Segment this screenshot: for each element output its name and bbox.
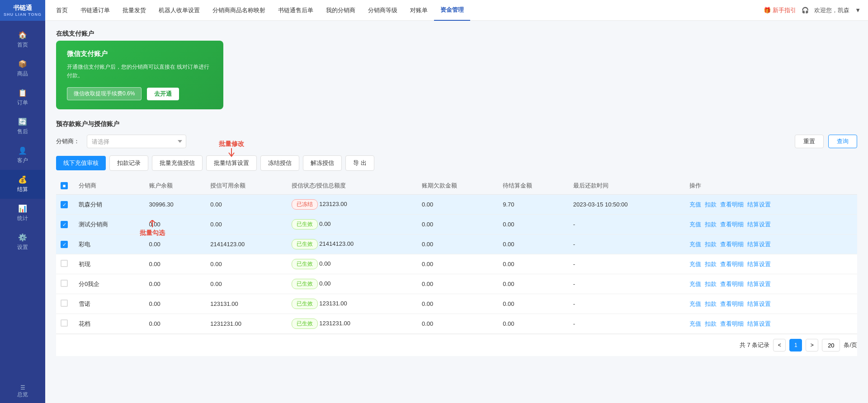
sidebar-item-orders[interactable]: 📋 订单: [0, 83, 45, 112]
select-all-checkbox[interactable]: ■: [61, 182, 68, 189]
row-balance: 0.00: [145, 274, 206, 294]
row-pending: 0.00: [498, 254, 569, 274]
nav-batch-ship[interactable]: 批量发货: [116, 0, 152, 21]
row-operations: 充值扣款查看明细结算设置: [685, 254, 857, 274]
op-结算设置[interactable]: 结算设置: [747, 261, 771, 267]
op-充值[interactable]: 充值: [689, 320, 701, 327]
offline-recharge-btn[interactable]: 线下充值审核: [56, 156, 106, 170]
sidebar-item-settlement[interactable]: 💰 结算: [0, 170, 45, 199]
fee-rate-button[interactable]: 微信收取提现手续费0.6%: [67, 87, 142, 100]
nav-robot[interactable]: 机器人收单设置: [152, 0, 206, 21]
open-wechat-button[interactable]: 去开通: [147, 88, 179, 100]
op-充值[interactable]: 充值: [689, 281, 701, 287]
status-badge: 已冻结: [292, 199, 318, 210]
nav-orders[interactable]: 书链通订单: [74, 0, 116, 21]
table-row: ✓凯森分销30996.300.00已冻结 123123.000.009.7020…: [56, 195, 857, 215]
op-充值[interactable]: 充值: [689, 261, 701, 267]
row-checkbox-4[interactable]: [61, 280, 68, 287]
nav-home[interactable]: 首页: [50, 0, 74, 21]
deduction-record-btn[interactable]: 扣款记录: [109, 155, 148, 171]
row-last-payment: -: [569, 254, 685, 274]
op-结算设置[interactable]: 结算设置: [747, 241, 771, 248]
row-credit-available: 123131.00: [206, 294, 287, 314]
dropdown-icon[interactable]: ▼: [855, 7, 861, 14]
op-结算设置[interactable]: 结算设置: [747, 281, 771, 287]
row-checkbox-1[interactable]: ✓: [61, 221, 68, 228]
page-size-input[interactable]: [822, 339, 840, 351]
op-扣款[interactable]: 扣款: [705, 320, 717, 327]
settings-icon: ⚙️: [18, 233, 27, 242]
prev-page-btn[interactable]: <: [773, 339, 786, 351]
row-checkbox-5[interactable]: [61, 300, 68, 307]
sidebar-label-aftersale: 售后: [17, 128, 28, 136]
next-page-btn[interactable]: >: [806, 339, 818, 351]
op-扣款[interactable]: 扣款: [705, 201, 717, 208]
op-充值[interactable]: 充值: [689, 300, 701, 307]
sidebar-item-products[interactable]: 📦 商品: [0, 54, 45, 83]
nav-distributor[interactable]: 我的分销商: [320, 0, 362, 21]
nav-finance[interactable]: 资金管理: [434, 0, 470, 21]
op-结算设置[interactable]: 结算设置: [747, 201, 771, 208]
status-badge: 已生效: [292, 239, 318, 249]
op-扣款[interactable]: 扣款: [705, 261, 717, 267]
deposit-section-title: 预存款账户与授信账户: [56, 120, 857, 128]
row-overdue: 0.00: [417, 215, 498, 234]
op-充值[interactable]: 充值: [689, 241, 701, 248]
op-查看明细[interactable]: 查看明细: [720, 201, 744, 208]
op-充值[interactable]: 充值: [689, 201, 701, 208]
op-查看明细[interactable]: 查看明细: [720, 320, 744, 327]
op-结算设置[interactable]: 结算设置: [747, 320, 771, 327]
sidebar-item-customers[interactable]: 👤 客户: [0, 141, 45, 170]
row-checkbox-6[interactable]: [61, 319, 68, 327]
op-查看明细[interactable]: 查看明细: [720, 261, 744, 267]
batch-check-label: 批量勾选: [140, 229, 165, 237]
sidebar-item-aftersale[interactable]: 🔄 售后: [0, 112, 45, 141]
row-overdue: 0.00: [417, 314, 498, 334]
unfreeze-credit-btn[interactable]: 解冻授信: [303, 155, 342, 171]
th-ops: 操作: [685, 177, 857, 195]
op-充值[interactable]: 充值: [689, 221, 701, 228]
current-page-btn[interactable]: 1: [789, 339, 802, 351]
total-records: 共 7 条记录: [740, 341, 769, 349]
row-checkbox-3[interactable]: [61, 260, 68, 267]
table-row: 花档0.001231231.00已生效 1231231.000.000.00-充…: [56, 314, 857, 334]
row-overdue: 0.00: [417, 234, 498, 254]
sidebar-item-stats[interactable]: 📊 统计: [0, 199, 45, 228]
op-查看明细[interactable]: 查看明细: [720, 221, 744, 228]
row-operations: 充值扣款查看明细结算设置: [685, 314, 857, 334]
overview-icon: ☰: [20, 384, 25, 391]
row-pending: 0.00: [498, 294, 569, 314]
op-查看明细[interactable]: 查看明细: [720, 300, 744, 307]
op-结算设置[interactable]: 结算设置: [747, 221, 771, 228]
op-查看明细[interactable]: 查看明细: [720, 241, 744, 248]
batch-settlement-btn[interactable]: 批量结算设置: [206, 155, 257, 171]
distributor-select[interactable]: 请选择: [87, 135, 186, 148]
op-结算设置[interactable]: 结算设置: [747, 300, 771, 307]
sidebar-item-home[interactable]: 🏠 首页: [0, 25, 45, 54]
freeze-credit-btn[interactable]: 冻结授信: [260, 155, 299, 171]
status-badge: 已生效: [292, 279, 318, 289]
nav-distributor-level[interactable]: 分销商等级: [362, 0, 404, 21]
op-扣款[interactable]: 扣款: [705, 241, 717, 248]
op-查看明细[interactable]: 查看明细: [720, 281, 744, 287]
op-扣款[interactable]: 扣款: [705, 221, 717, 228]
reset-button[interactable]: 重置: [795, 135, 824, 148]
nav-product-map[interactable]: 分销商商品名称映射: [206, 0, 272, 21]
row-credit-status: 已生效 21414123.00: [287, 234, 417, 254]
sidebar-item-settings[interactable]: ⚙️ 设置: [0, 228, 45, 257]
row-checkbox-0[interactable]: ✓: [61, 201, 68, 208]
op-扣款[interactable]: 扣款: [705, 300, 717, 307]
nav-after-sale[interactable]: 书链通售后单: [272, 0, 320, 21]
customers-icon: 👤: [18, 146, 27, 155]
query-button[interactable]: 查询: [828, 135, 857, 148]
op-扣款[interactable]: 扣款: [705, 281, 717, 287]
guide-icon[interactable]: 🎁 新手指引: [764, 6, 796, 14]
row-credit-available: 0.00: [206, 195, 287, 215]
sidebar-overview[interactable]: ☰ 总览: [0, 380, 45, 403]
nav-reconcile[interactable]: 对账单: [404, 0, 434, 21]
row-checkbox-2[interactable]: ✓: [61, 241, 68, 248]
export-btn[interactable]: 导 出: [345, 155, 374, 171]
batch-credit-btn[interactable]: 批量充值授信: [152, 155, 203, 171]
row-credit-status: 已生效 0.00: [287, 215, 417, 234]
table-row: 初现0.000.00已生效 0.000.000.00-充值扣款查看明细结算设置: [56, 254, 857, 274]
